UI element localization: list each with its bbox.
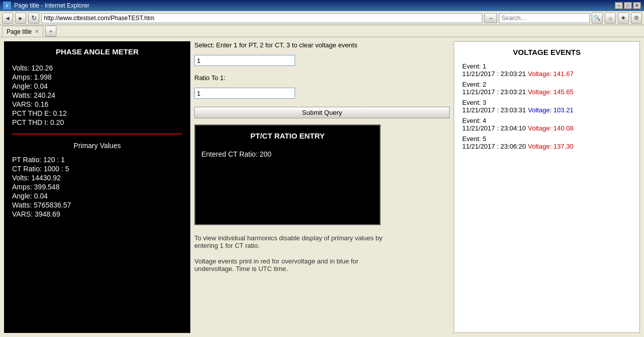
event-line-2: 11/21/2017 : 23:03:21 Voltage: 145.65 [462, 88, 631, 96]
address-bar: → [41, 13, 497, 23]
address-input[interactable] [41, 13, 482, 23]
tab-close-button[interactable]: ✕ [35, 29, 39, 34]
select-label: Select: Enter 1 for PT, 2 for CT, 3 to c… [194, 41, 450, 49]
info-text-2: Voltage events print in red for overvolt… [194, 257, 386, 273]
event-voltage-3: Voltage: 103.21 [528, 106, 574, 114]
title-bar-left: e Page title - Internet Explorer [3, 2, 89, 10]
watts-value: Watts: 240.24 [12, 91, 182, 99]
back-button[interactable]: ◄ [2, 13, 13, 24]
pt-ratio-value: PT Ratio: 120 : 1 [12, 156, 182, 164]
pct-thd-e-value: PCT THD E: 0.12 [12, 109, 182, 117]
search-input[interactable] [499, 13, 590, 23]
event-group-1: Event: 111/21/2017 : 23:03:21 Voltage: 1… [462, 62, 631, 78]
phase-angle-meter-panel: PHASE ANGLE METER Volts: 120.26 Amps: 1.… [4, 41, 190, 333]
ct-ratio-value: CT Ratio: 1000 : 5 [12, 165, 182, 173]
event-group-5: Event: 511/21/2017 : 23:06:20 Voltage: 1… [462, 135, 631, 150]
event-voltage-4: Voltage: 140.08 [528, 124, 574, 132]
primary-vars-value: VARS: 3948.69 [12, 210, 182, 218]
favorites-button[interactable]: ★ [618, 13, 629, 24]
entered-ct-ratio: Entered CT Ratio: 200 [201, 150, 374, 158]
phase-angle-meter-title: PHASE ANGLE METER [12, 47, 182, 56]
tools-button[interactable]: ⚙ [631, 13, 642, 24]
tab-label: Page title [7, 28, 32, 35]
browser-icon: e [3, 2, 11, 10]
event-line-4: 11/21/2017 : 23:04:10 Voltage: 140.08 [462, 124, 631, 132]
event-label-2: Event: 2 [462, 81, 631, 88]
red-divider [12, 133, 182, 134]
select-input[interactable] [194, 55, 295, 66]
primary-angle-value: Angle: 0.04 [12, 192, 182, 200]
home-button[interactable]: ⌂ [605, 13, 616, 24]
event-label-1: Event: 1 [462, 62, 631, 70]
middle-panel: Select: Enter 1 for PT, 2 for CT, 3 to c… [194, 41, 450, 333]
voltage-events-panel: VOLTAGE EVENTS Event: 111/21/2017 : 23:0… [454, 41, 640, 333]
event-group-2: Event: 211/21/2017 : 23:03:21 Voltage: 1… [462, 81, 631, 96]
primary-volts-value: Volts: 14430.92 [12, 174, 182, 182]
search-go-button[interactable]: 🔍 [592, 13, 603, 24]
refresh-button[interactable]: ↻ [28, 13, 39, 24]
ratio-input[interactable] [194, 88, 295, 99]
browser-toolbar: ◄ ► ↻ → 🔍 ⌂ ★ ⚙ [0, 11, 644, 25]
primary-amps-value: Amps: 399.548 [12, 183, 182, 191]
event-datetime-3: 11/21/2017 : 23:03:31 [462, 106, 526, 114]
vars-value: VARS: 0.16 [12, 100, 182, 108]
event-datetime-1: 11/21/2017 : 23:03:21 [462, 70, 526, 78]
event-voltage-5: Voltage: 137.30 [528, 143, 574, 150]
event-datetime-2: 11/21/2017 : 23:03:21 [462, 88, 526, 96]
close-button[interactable]: ✕ [633, 2, 641, 9]
event-line-1: 11/21/2017 : 23:03:21 Voltage: 141.67 [462, 70, 631, 78]
voltage-events-title: VOLTAGE EVENTS [462, 48, 631, 56]
event-label-4: Event: 4 [462, 117, 631, 124]
minimize-button[interactable]: – [615, 2, 623, 9]
amps-value: Amps: 1.998 [12, 73, 182, 81]
new-tab-button[interactable]: + [45, 26, 56, 37]
event-label-3: Event: 3 [462, 99, 631, 106]
pt-ct-ratio-box: PT/CT RATIO ENTRY Entered CT Ratio: 200 [194, 124, 381, 225]
page-content: PHASE ANGLE METER Volts: 120.26 Amps: 1.… [0, 37, 644, 337]
angle-value: Angle: 0.04 [12, 82, 182, 90]
event-datetime-4: 11/21/2017 : 23:04:10 [462, 124, 526, 132]
info-text-1: To view individual harmonics disable dis… [194, 234, 386, 249]
submit-query-button[interactable]: Submit Query [194, 107, 450, 118]
event-line-5: 11/21/2017 : 23:06:20 Voltage: 137.30 [462, 143, 631, 150]
events-container: Event: 111/21/2017 : 23:03:21 Voltage: 1… [462, 62, 631, 150]
title-bar: e Page title - Internet Explorer – □ ✕ [0, 0, 644, 11]
address-go-button[interactable]: → [484, 13, 497, 23]
window-title: Page title - Internet Explorer [14, 2, 89, 9]
event-label-5: Event: 5 [462, 135, 631, 143]
event-voltage-1: Voltage: 141.67 [528, 70, 574, 78]
title-bar-controls: – □ ✕ [615, 2, 641, 9]
maximize-button[interactable]: □ [624, 2, 632, 9]
volts-value: Volts: 120.26 [12, 64, 182, 72]
event-datetime-5: 11/21/2017 : 23:06:20 [462, 143, 526, 150]
tab-bar: Page title ✕ + [0, 25, 644, 37]
ratio-to-one-label: Ratio To 1: [194, 74, 450, 82]
ratio-box-title: PT/CT RATIO ENTRY [201, 131, 374, 140]
primary-watts-value: Watts: 5765836.57 [12, 201, 182, 209]
forward-button[interactable]: ► [15, 13, 26, 24]
event-group-3: Event: 311/21/2017 : 23:03:31 Voltage: 1… [462, 99, 631, 114]
event-voltage-2: Voltage: 145.65 [528, 88, 574, 96]
browser-tab[interactable]: Page title ✕ [2, 26, 43, 37]
event-line-3: 11/21/2017 : 23:03:31 Voltage: 103.21 [462, 106, 631, 114]
pct-thd-i-value: PCT THD I: 0.20 [12, 118, 182, 126]
primary-values-title: Primary Values [12, 142, 182, 150]
event-group-4: Event: 411/21/2017 : 23:04:10 Voltage: 1… [462, 117, 631, 132]
